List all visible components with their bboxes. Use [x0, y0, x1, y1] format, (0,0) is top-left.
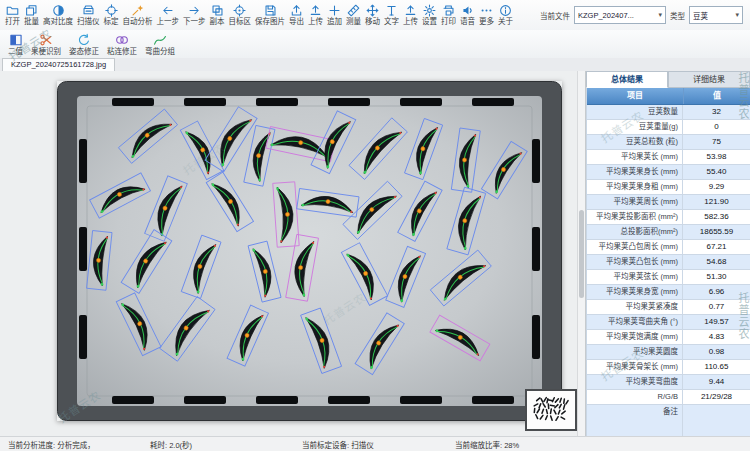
toolbar-button-settings[interactable]: 设置	[420, 2, 439, 29]
metric-value: 9.44	[683, 375, 750, 389]
current-file-label: 当前文件	[540, 10, 570, 21]
toolbar-button-label: 下一步	[183, 18, 206, 26]
toolbar-button-auto-analyze[interactable]: 自动分析	[121, 2, 155, 29]
metric-value: 32	[683, 105, 750, 119]
toolbar-button-append[interactable]: 追加	[325, 2, 344, 29]
binary-thumbnail[interactable]	[525, 389, 577, 431]
metric-value: 149.57	[683, 315, 750, 329]
toolbar-button-target[interactable]: 目标区	[227, 2, 254, 29]
metric-label: 平均果荚长 (mm)	[587, 150, 683, 164]
toolbar-button-print[interactable]: 打印	[439, 2, 458, 29]
metric-label: 平均果荚弯曲夹角 (°)	[587, 315, 683, 329]
toolbar-button-export[interactable]: 导出	[287, 2, 306, 29]
toolbar-button-curve[interactable]: 弯曲分组	[141, 31, 179, 57]
toolbar-button-label: 标定	[104, 18, 119, 26]
open-folder-icon	[6, 4, 19, 17]
current-file-value: KZGP_202407...	[578, 11, 634, 20]
about-icon	[499, 4, 512, 17]
table-row: 平均果荚骨架长 (mm)110.65	[587, 360, 750, 375]
arrow-right-icon	[188, 4, 201, 17]
type-label: 类型	[670, 10, 685, 21]
status-device: 当前标定设备: 扫描仪	[302, 439, 374, 450]
toolbar-button-label: 保存图片	[255, 18, 285, 26]
pod-analysis-image	[57, 81, 562, 421]
toolbar-button-scanner[interactable]: 扫描仪	[75, 2, 102, 29]
toolbar-button-label: 目标区	[229, 18, 252, 26]
table-row: 豆荚数量32	[587, 105, 750, 120]
upload-icon	[309, 4, 322, 17]
toolbar-button-label: 姿态修正	[69, 48, 99, 56]
toolbar-button-move[interactable]: 移动	[363, 2, 382, 29]
toolbar-button-rotate[interactable]: 姿态修正	[65, 31, 103, 57]
toolbar-button-label: 批量	[24, 18, 39, 26]
toolbar-button-batch[interactable]: 批量	[22, 2, 41, 29]
metric-label: 平均果荚弯曲度	[587, 375, 683, 389]
calibrate-icon	[105, 4, 118, 17]
toolbar-button-contrast[interactable]: 高对比度	[41, 2, 75, 29]
metric-label: 平均果荚弦长 (mm)	[587, 270, 683, 284]
toolbar-button-label: 弯曲分组	[145, 48, 175, 56]
toolbar-button-about[interactable]: 关于	[496, 2, 515, 29]
append-icon	[328, 4, 341, 17]
results-table: 项目 值 豆荚数量32豆荚重量(g)0豆荚总粒数 (粒)75平均果荚长 (mm)…	[586, 88, 750, 437]
tab-overall-results[interactable]: 总体结果	[586, 71, 668, 88]
results-tabs: 总体结果 详细结果	[586, 71, 750, 88]
metric-label: 总投影面积(mm²)	[587, 225, 683, 239]
metric-value: 67.21	[683, 240, 750, 254]
status-bar: 当前分析进度: 分析完成， 耗时: 2.0(秒) 当前标定设备: 扫描仪 当前缩…	[0, 436, 750, 451]
metric-value: 110.65	[683, 360, 750, 374]
scrollbar-thumb[interactable]	[579, 210, 584, 298]
canvas-scrollbar[interactable]	[577, 71, 585, 437]
toolbar-button-arrow-right[interactable]: 下一步	[181, 2, 208, 29]
toolbar-button-calibrate[interactable]: 标定	[102, 2, 121, 29]
table-row: 豆荚重量(g)0	[587, 120, 750, 135]
remark-label: 备注	[587, 405, 683, 436]
toolbar-button-overlap[interactable]: 粘连修正	[103, 31, 141, 57]
toolbar-button-voice[interactable]: 语音	[458, 2, 477, 29]
copy-icon	[211, 4, 224, 17]
more-icon	[480, 4, 493, 17]
toolbar-button-upload[interactable]: 上传	[401, 2, 420, 29]
metric-label: 平均果荚凸包周长 (mm)	[587, 240, 683, 254]
toolbar-button-binary[interactable]: 二值	[4, 31, 27, 57]
header-value: 值	[684, 88, 750, 104]
toolbar-button-more[interactable]: 更多	[477, 2, 496, 29]
file-tab[interactable]: KZGP_20240725161728.jpg	[2, 58, 115, 71]
chevron-down-icon: ▾	[658, 11, 662, 19]
file-tab-label: KZGP_20240725161728.jpg	[11, 60, 106, 69]
type-select[interactable]: 豆荚 ▾	[689, 6, 743, 24]
table-row: 平均果荚弯曲度9.44	[587, 375, 750, 390]
tab-detailed-results[interactable]: 详细结果	[668, 71, 750, 88]
document-tabbar: KZGP_20240725161728.jpg	[0, 58, 750, 72]
secondary-toolbar: 二值果梗识别姿态修正粘连修正弯曲分组	[0, 30, 750, 59]
rotate-icon	[77, 33, 91, 47]
remark-value	[683, 405, 750, 436]
toolbar-button-upload[interactable]: 上传	[306, 2, 325, 29]
toolbar-button-label: 二值	[8, 48, 23, 56]
image-canvas[interactable]	[0, 71, 577, 437]
toolbar-button-arrow-left[interactable]: 上一步	[155, 2, 182, 29]
toolbar-button-label: 移动	[365, 18, 380, 26]
main-toolbar: 打开批量高对比度扫描仪标定自动分析上一步下一步副本目标区保存图片导出上传追加测量…	[0, 0, 750, 31]
contrast-icon	[52, 4, 65, 17]
scan-image[interactable]	[57, 81, 562, 421]
toolbar-button-copy[interactable]: 副本	[208, 2, 227, 29]
table-row: 平均果荚弦长 (mm)51.30	[587, 270, 750, 285]
toolbar-button-open-folder[interactable]: 打开	[3, 2, 22, 29]
save-icon	[264, 4, 277, 17]
toolbar-button-save[interactable]: 保存图片	[253, 2, 287, 29]
metric-label: 平均果荚果身宽 (mm)	[587, 285, 683, 299]
toolbar-button-text[interactable]: 文字	[382, 2, 401, 29]
table-row: 总投影面积(mm²)18655.59	[587, 225, 750, 240]
app-window: 打开批量高对比度扫描仪标定自动分析上一步下一步副本目标区保存图片导出上传追加测量…	[0, 0, 750, 451]
toolbar-button-measure[interactable]: 测量	[344, 2, 363, 29]
current-file-select[interactable]: KZGP_202407... ▾	[574, 6, 666, 24]
metric-label: 平均果荚凸包长 (mm)	[587, 255, 683, 269]
arrow-left-icon	[161, 4, 174, 17]
toolbar-button-scissors[interactable]: 果梗识别	[27, 31, 65, 57]
scanner-icon	[82, 4, 95, 17]
table-row: 平均果荚果身长 (mm)55.40	[587, 165, 750, 180]
toolbar-button-label: 文字	[384, 18, 399, 26]
text-icon	[385, 4, 398, 17]
file-bar: 当前文件 KZGP_202407... ▾ 类型 豆荚 ▾	[540, 6, 747, 24]
